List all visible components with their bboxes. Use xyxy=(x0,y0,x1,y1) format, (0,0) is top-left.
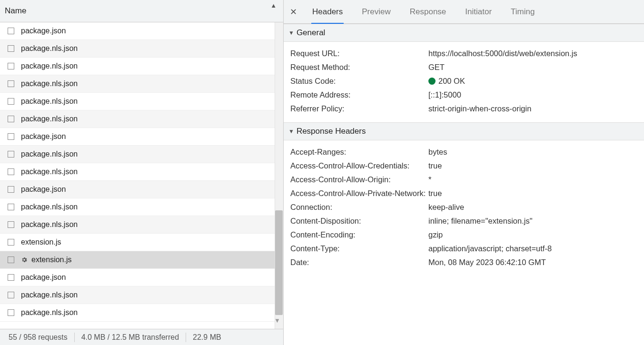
checkbox-icon[interactable] xyxy=(8,309,14,316)
checkbox-icon[interactable] xyxy=(8,80,14,87)
request-details-panel: ✕ HeadersPreviewResponseInitiatorTiming … xyxy=(284,0,644,345)
kv-value: Mon, 08 May 2023 06:42:10 GMT xyxy=(428,258,637,267)
status-transferred: 4.0 MB / 12.5 MB transferred xyxy=(81,333,179,342)
request-name-label: package.nls.json xyxy=(21,62,78,70)
kv-row: Request Method:GET xyxy=(290,60,637,74)
tab-headers[interactable]: Headers xyxy=(303,0,352,23)
scrollbar-track[interactable] xyxy=(275,22,283,329)
divider xyxy=(74,333,75,342)
network-requests-panel: Name ▲ package.jsonpackage.nls.jsonpacka… xyxy=(0,0,284,345)
request-row[interactable]: package.nls.json xyxy=(0,163,283,181)
request-name-label: package.nls.json xyxy=(21,115,78,123)
request-name-label: package.json xyxy=(21,27,66,35)
request-row[interactable]: package.nls.json xyxy=(0,146,283,163)
checkbox-icon[interactable] xyxy=(8,274,14,281)
kv-value: GET xyxy=(428,63,637,72)
request-row[interactable]: package.nls.json xyxy=(0,110,283,128)
checkbox-icon[interactable] xyxy=(8,204,14,210)
request-row[interactable]: package.json xyxy=(0,181,283,198)
request-row[interactable]: package.nls.json xyxy=(0,198,283,216)
checkbox-icon[interactable] xyxy=(8,151,14,158)
tab-preview[interactable]: Preview xyxy=(352,0,400,23)
checkbox-icon[interactable] xyxy=(8,28,14,34)
request-row[interactable]: package.nls.json xyxy=(0,216,283,234)
kv-row: Access-Control-Allow-Private-Network:tru… xyxy=(290,187,637,200)
tabs-bar: ✕ HeadersPreviewResponseInitiatorTiming xyxy=(284,0,644,24)
kv-key: Date: xyxy=(290,258,428,267)
kv-key: Content-Disposition: xyxy=(290,217,428,226)
kv-value: true xyxy=(428,161,637,170)
close-icon[interactable]: ✕ xyxy=(284,7,303,17)
request-name-label: package.nls.json xyxy=(21,308,78,317)
kv-value: 200 OK xyxy=(428,77,637,86)
request-row[interactable]: package.json xyxy=(0,269,283,286)
kv-key: Access-Control-Allow-Origin: xyxy=(290,175,428,184)
checkbox-icon[interactable] xyxy=(8,63,14,69)
kv-row: Access-Control-Allow-Credentials:true xyxy=(290,159,637,173)
request-row[interactable]: extension.js xyxy=(0,234,283,251)
kv-key: Referrer Policy: xyxy=(290,104,428,113)
request-row[interactable]: package.json xyxy=(0,128,283,146)
checkbox-icon[interactable] xyxy=(8,239,14,246)
kv-row: Content-Encoding:gzip xyxy=(290,228,637,242)
checkbox-icon[interactable] xyxy=(8,133,14,140)
checkbox-icon[interactable] xyxy=(8,98,14,105)
request-row[interactable]: package.nls.json xyxy=(0,304,283,322)
name-header-label: Name xyxy=(5,6,26,16)
scrollbar-thumb[interactable] xyxy=(275,210,283,315)
kv-value: [::1]:5000 xyxy=(428,90,637,99)
kv-key: Connection: xyxy=(290,203,428,212)
checkbox-icon[interactable] xyxy=(8,186,14,193)
checkbox-icon[interactable] xyxy=(8,221,14,228)
kv-key: Remote Address: xyxy=(290,90,428,99)
status-dot-icon xyxy=(428,78,436,85)
kv-key: Content-Type: xyxy=(290,244,428,253)
details-scroll[interactable]: ▼ General Request URL:https://localhost:… xyxy=(284,24,644,345)
request-row[interactable]: package.nls.json xyxy=(0,93,283,110)
request-row[interactable]: package.json xyxy=(0,22,283,40)
section-response-headers-title: Response Headers xyxy=(297,127,366,136)
section-general-header[interactable]: ▼ General xyxy=(284,24,644,42)
request-row[interactable]: package.nls.json xyxy=(0,40,283,58)
section-response-headers-body: Accept-Ranges:bytesAccess-Control-Allow-… xyxy=(284,140,644,276)
checkbox-icon[interactable] xyxy=(8,116,14,122)
kv-row: Content-Type:application/javascript; cha… xyxy=(290,242,637,256)
kv-value: gzip xyxy=(428,230,637,239)
scroll-down-icon[interactable]: ▼ xyxy=(274,317,637,343)
request-name-label: package.json xyxy=(21,132,66,141)
checkbox-icon[interactable] xyxy=(8,168,14,175)
tab-response[interactable]: Response xyxy=(400,0,456,23)
request-name-label: package.nls.json xyxy=(21,168,78,176)
request-name-label: package.nls.json xyxy=(21,44,78,53)
request-row[interactable]: package.nls.json xyxy=(0,286,283,304)
kv-row: Remote Address:[::1]:5000 xyxy=(290,88,637,102)
sort-up-icon[interactable]: ▲ xyxy=(270,2,277,9)
tab-timing[interactable]: Timing xyxy=(501,0,544,23)
request-name-label: extension.js xyxy=(21,238,61,246)
name-column-header[interactable]: Name ▲ xyxy=(0,0,283,22)
section-general-title: General xyxy=(297,28,325,38)
kv-row: Status Code:200 OK xyxy=(290,74,637,88)
request-row[interactable]: package.nls.json xyxy=(0,58,283,75)
status-resources: 22.9 MB xyxy=(193,333,221,342)
checkbox-icon[interactable] xyxy=(8,292,14,298)
kv-key: Content-Encoding: xyxy=(290,230,428,239)
kv-key: Access-Control-Allow-Credentials: xyxy=(290,161,428,170)
disclosure-triangle-icon: ▼ xyxy=(288,30,294,36)
tab-initiator[interactable]: Initiator xyxy=(456,0,501,23)
request-row[interactable]: package.nls.json xyxy=(0,75,283,93)
kv-key: Accept-Ranges: xyxy=(290,148,428,157)
kv-row: Request URL:https://localhost:5000/dist/… xyxy=(290,47,637,60)
kv-value: strict-origin-when-cross-origin xyxy=(428,104,637,113)
kv-key: Request URL: xyxy=(290,49,428,58)
kv-key: Request Method: xyxy=(290,63,428,72)
checkbox-icon[interactable] xyxy=(8,45,14,52)
request-name-label: package.nls.json xyxy=(21,203,78,211)
kv-row: Accept-Ranges:bytes xyxy=(290,145,637,159)
kv-row: Content-Disposition:inline; filename="ex… xyxy=(290,214,637,228)
request-name-label: package.nls.json xyxy=(21,150,78,158)
checkbox-icon[interactable] xyxy=(8,256,14,263)
kv-row: Connection:keep-alive xyxy=(290,200,637,214)
request-row[interactable]: extension.js xyxy=(0,251,283,269)
section-response-headers-header[interactable]: ▼ Response Headers xyxy=(284,122,644,140)
